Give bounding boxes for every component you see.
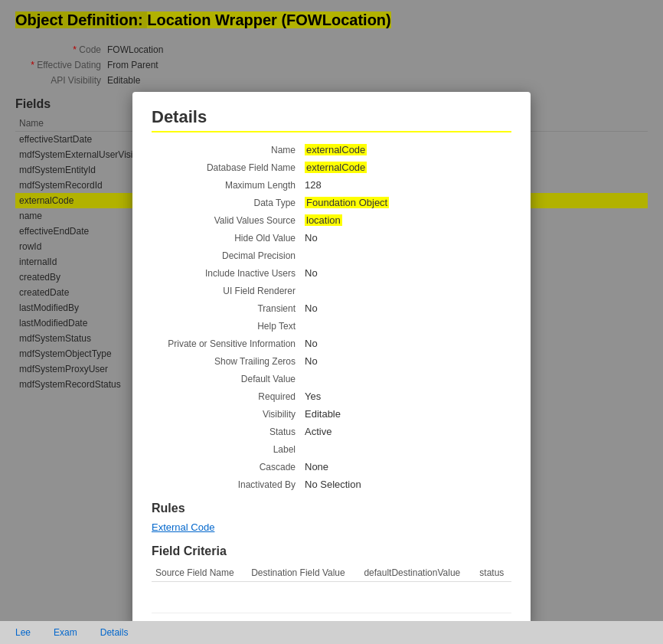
detail-transient-row: Transient No [152, 302, 511, 314]
detail-maxlen-value: 128 [305, 179, 511, 191]
criteria-col-default: defaultDestinationValue [360, 564, 475, 582]
validvalues-value-highlighted: location [305, 214, 342, 226]
criteria-col-status: status [475, 564, 511, 582]
details-modal: Details Name externalCode Database Field… [132, 92, 531, 628]
detail-datatype-value: Foundation Object [305, 197, 511, 208]
detail-name-label: Name [152, 144, 305, 155]
detail-helptext-row: Help Text [152, 320, 511, 332]
detail-db-label: Database Field Name [152, 162, 305, 173]
datatype-value-highlighted: Foundation Object [305, 197, 389, 208]
detail-label-label: Label [152, 443, 305, 455]
detail-visibility-value: Editable [305, 408, 511, 420]
criteria-col-source: Source Field Name [152, 564, 247, 582]
detail-inactivated-label: Inactivated By [152, 479, 305, 490]
rules-section-title: Rules [152, 502, 511, 515]
db-value-highlighted: externalCode [305, 162, 367, 173]
detail-datatype-label: Data Type [152, 197, 305, 208]
detail-hideold-row: Hide Old Value No [152, 232, 511, 244]
detail-maxlen-row: Maximum Length 128 [152, 179, 511, 191]
detail-private-row: Private or Sensitive Information No [152, 338, 511, 349]
detail-trailing-label: Show Trailing Zeros [152, 355, 305, 367]
detail-inactive-row: Include Inactive Users No [152, 267, 511, 279]
criteria-col-dest: Destination Field Value [247, 564, 360, 582]
detail-validvalues-value: location [305, 214, 511, 226]
detail-cascade-label: Cascade [152, 461, 305, 472]
detail-uirenderer-row: UI Field Renderer [152, 285, 511, 296]
detail-transient-label: Transient [152, 302, 305, 314]
field-criteria-title: Field Criteria [152, 544, 511, 558]
detail-db-row: Database Field Name externalCode [152, 162, 511, 173]
detail-hideold-label: Hide Old Value [152, 232, 305, 244]
detail-defaultval-label: Default Value [152, 373, 305, 384]
detail-inactive-label: Include Inactive Users [152, 267, 305, 279]
detail-inactivated-value: No Selection [305, 479, 511, 490]
name-value-highlighted: externalCode [305, 144, 367, 155]
bottom-bar-lee[interactable]: Lee [15, 627, 31, 638]
detail-cascade-row: Cascade None [152, 461, 511, 472]
detail-visibility-label: Visibility [152, 408, 305, 420]
detail-uirenderer-label: UI Field Renderer [152, 285, 305, 296]
detail-name-value: externalCode [305, 144, 511, 155]
detail-private-label: Private or Sensitive Information [152, 338, 305, 349]
bottom-bar: Lee Exam Details [0, 621, 663, 644]
detail-inactivated-row: Inactivated By No Selection [152, 479, 511, 490]
bottom-bar-exam[interactable]: Exam [54, 627, 77, 638]
detail-status-row: Status Active [152, 426, 511, 437]
detail-validvalues-row: Valid Values Source location [152, 214, 511, 226]
detail-name-row: Name externalCode [152, 144, 511, 155]
field-criteria-table: Source Field Name Destination Field Valu… [152, 564, 511, 597]
detail-trailing-row: Show Trailing Zeros No [152, 355, 511, 367]
detail-status-label: Status [152, 426, 305, 437]
detail-cascade-value: None [305, 461, 511, 472]
detail-visibility-row: Visibility Editable [152, 408, 511, 420]
bottom-bar-details[interactable]: Details [100, 627, 129, 638]
detail-private-value: No [305, 338, 511, 349]
detail-label-row: Label [152, 443, 511, 455]
modal-overlay: Details Name externalCode Database Field… [0, 0, 663, 644]
detail-decimal-label: Decimal Precision [152, 250, 305, 261]
detail-hideold-value: No [305, 232, 511, 244]
detail-helptext-label: Help Text [152, 320, 305, 332]
rules-link[interactable]: External Code [152, 521, 511, 533]
detail-required-label: Required [152, 391, 305, 402]
detail-required-value: Yes [305, 391, 511, 402]
detail-required-row: Required Yes [152, 391, 511, 402]
modal-title: Details [152, 107, 511, 132]
detail-defaultval-row: Default Value [152, 373, 511, 384]
detail-decimal-row: Decimal Precision [152, 250, 511, 261]
detail-validvalues-label: Valid Values Source [152, 214, 305, 226]
detail-db-value: externalCode [305, 162, 511, 173]
detail-status-value: Active [305, 426, 511, 437]
detail-inactive-value: No [305, 267, 511, 279]
detail-datatype-row: Data Type Foundation Object [152, 197, 511, 208]
detail-transient-value: No [305, 302, 511, 314]
detail-trailing-value: No [305, 355, 511, 367]
detail-maxlen-label: Maximum Length [152, 179, 305, 191]
